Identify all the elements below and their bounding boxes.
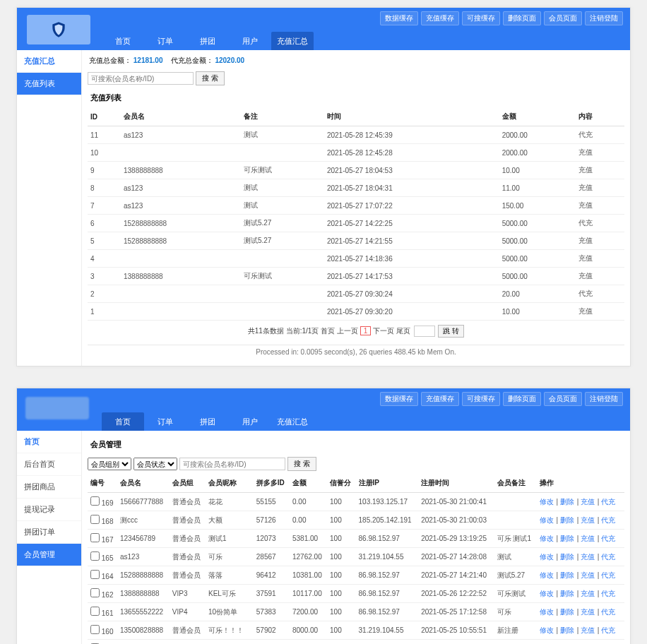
sidebar-item[interactable]: 会员管理 <box>17 544 81 566</box>
header-btn[interactable]: 可搜缓存 <box>462 11 500 25</box>
sidebar: 充值汇总充值列表 <box>17 50 82 366</box>
row-checkbox[interactable] <box>90 496 100 506</box>
filter-status-select[interactable]: 会员状态 <box>133 458 177 470</box>
header-btn[interactable]: 充值缓存 <box>421 392 459 406</box>
header-btn[interactable]: 删除页面 <box>503 392 541 406</box>
sidebar-item[interactable]: 拼团订单 <box>17 521 81 544</box>
search-input[interactable] <box>88 72 194 85</box>
delete-link[interactable]: 删除 <box>560 590 574 597</box>
header-btn[interactable]: 数据缓存 <box>380 392 418 406</box>
header-btn[interactable]: 会员页面 <box>544 392 582 406</box>
header-btn[interactable]: 会员页面 <box>544 11 582 25</box>
edit-link[interactable]: 修改 <box>540 571 554 579</box>
col-head: 会员名 <box>121 107 241 126</box>
list-title: 充值列表 <box>88 88 624 107</box>
recharge-link[interactable]: 充值 <box>581 626 595 634</box>
row-checkbox[interactable] <box>90 625 100 634</box>
nav-tab[interactable]: 拼团 <box>186 412 229 431</box>
delete-link[interactable]: 删除 <box>560 498 574 506</box>
header-btn[interactable]: 充值缓存 <box>421 11 459 25</box>
sidebar-item[interactable]: 充值列表 <box>17 73 81 95</box>
sidebar-item[interactable]: 后台首页 <box>17 453 81 476</box>
table-row: 615288888888测试5.272021-05-27 14:22:25500… <box>88 215 624 232</box>
col-head: 时间 <box>324 107 499 126</box>
table-row: 167123456789普通会员测试1120735381.0010086.98.… <box>88 530 624 548</box>
header-btn[interactable]: 可搜缓存 <box>462 392 500 406</box>
header-btn[interactable]: 数据缓存 <box>380 11 418 25</box>
row-checkbox[interactable] <box>90 551 100 561</box>
totals-val2: 12020.00 <box>215 56 244 64</box>
col-head: 拼多多ID <box>254 474 290 493</box>
proxy-link[interactable]: 代充 <box>601 626 615 634</box>
row-checkbox[interactable] <box>90 570 100 579</box>
edit-link[interactable]: 修改 <box>540 535 554 542</box>
header-btn[interactable]: 注销登陆 <box>585 11 623 25</box>
col-head: 编号 <box>88 474 117 493</box>
col-head: 金额 <box>290 474 327 493</box>
totals-label1: 充值总金额： <box>89 56 131 64</box>
edit-link[interactable]: 修改 <box>540 498 554 506</box>
proxy-link[interactable]: 代充 <box>601 498 615 506</box>
edit-link[interactable]: 修改 <box>540 553 554 561</box>
proxy-link[interactable]: 代充 <box>601 535 615 542</box>
nav-tab[interactable]: 充值汇总 <box>271 32 314 50</box>
sidebar-item[interactable]: 拼团商品 <box>17 476 81 499</box>
edit-link[interactable]: 修改 <box>540 608 554 616</box>
sidebar: 首页后台首页拼团商品提现记录拼团订单会员管理 <box>17 431 82 644</box>
nav-tab[interactable]: 订单 <box>144 32 186 50</box>
nav-tab[interactable]: 首页 <box>102 32 144 50</box>
header-btn[interactable]: 注销登陆 <box>585 392 623 406</box>
sidebar-item[interactable]: 提现记录 <box>17 499 81 521</box>
header-btn[interactable]: 删除页面 <box>503 11 541 25</box>
nav-tab[interactable]: 订单 <box>144 412 186 431</box>
table-row: 102021-05-28 12:45:282000.00充值 <box>88 144 624 162</box>
delete-link[interactable]: 删除 <box>560 553 574 561</box>
content: 充值总金额： 12181.00 代充总金额： 12020.00 搜 索 充值列表… <box>82 50 630 366</box>
row-checkbox[interactable] <box>90 533 100 542</box>
delete-link[interactable]: 删除 <box>560 626 574 634</box>
search-input[interactable] <box>179 458 285 470</box>
edit-link[interactable]: 修改 <box>540 590 554 597</box>
recharge-link[interactable]: 充值 <box>581 608 595 616</box>
footer-stat: Processed in: 0.0095 second(s), 26 queri… <box>88 345 624 362</box>
delete-link[interactable]: 删除 <box>560 608 574 616</box>
sidebar-item[interactable]: 首页 <box>17 431 81 453</box>
edit-link[interactable]: 修改 <box>540 626 554 634</box>
pager-current[interactable]: 1 <box>360 326 372 335</box>
delete-link[interactable]: 删除 <box>560 571 574 579</box>
proxy-link[interactable]: 代充 <box>601 516 615 524</box>
search-button[interactable]: 搜 索 <box>196 71 225 85</box>
pager-go-button[interactable]: 跳 转 <box>438 325 464 338</box>
proxy-link[interactable]: 代充 <box>601 608 615 616</box>
recharge-link[interactable]: 充值 <box>581 590 595 597</box>
recharge-link[interactable]: 充值 <box>581 535 595 542</box>
recharge-link[interactable]: 充值 <box>581 553 595 561</box>
recharge-link[interactable]: 充值 <box>581 571 595 579</box>
panel-recharge: 数据缓存充值缓存可搜缓存删除页面会员页面注销登陆 首页订单拼团用户充值汇总 充值… <box>16 7 631 366</box>
table-row: 12021-05-27 09:30:2010.00充值 <box>88 303 624 321</box>
sidebar-item[interactable]: 充值汇总 <box>17 50 81 73</box>
recharge-link[interactable]: 充值 <box>581 516 595 524</box>
search-button[interactable]: 搜 索 <box>287 457 316 471</box>
row-checkbox[interactable] <box>90 588 100 597</box>
proxy-link[interactable]: 代充 <box>601 590 615 597</box>
pager-input[interactable] <box>414 326 435 337</box>
filter-group-select[interactable]: 会员组别 <box>88 458 131 470</box>
edit-link[interactable]: 修改 <box>540 516 554 524</box>
row-checkbox[interactable] <box>90 515 100 524</box>
recharge-link[interactable]: 充值 <box>581 498 595 506</box>
nav-tab[interactable]: 充值汇总 <box>271 412 314 431</box>
proxy-link[interactable]: 代充 <box>601 553 615 561</box>
proxy-link[interactable]: 代充 <box>601 571 615 579</box>
nav-tab[interactable]: 用户 <box>229 32 271 50</box>
row-checkbox[interactable] <box>90 607 100 616</box>
pager-text-a: 共11条数据 当前:1/1页 首页 上一页 <box>248 327 360 335</box>
nav-tab[interactable]: 首页 <box>102 412 144 431</box>
table-row: 16915666777888普通会员花花551550.00100103.193.… <box>88 493 624 511</box>
delete-link[interactable]: 删除 <box>560 535 574 542</box>
nav-tab[interactable]: 拼团 <box>186 32 229 50</box>
delete-link[interactable]: 删除 <box>560 516 574 524</box>
table-row: 165as123普通会员可乐2856712762.0010031.219.104… <box>88 548 624 566</box>
nav-tab[interactable]: 用户 <box>229 412 271 431</box>
table-row: 515288888888测试5.272021-05-27 14:21:55500… <box>88 232 624 250</box>
